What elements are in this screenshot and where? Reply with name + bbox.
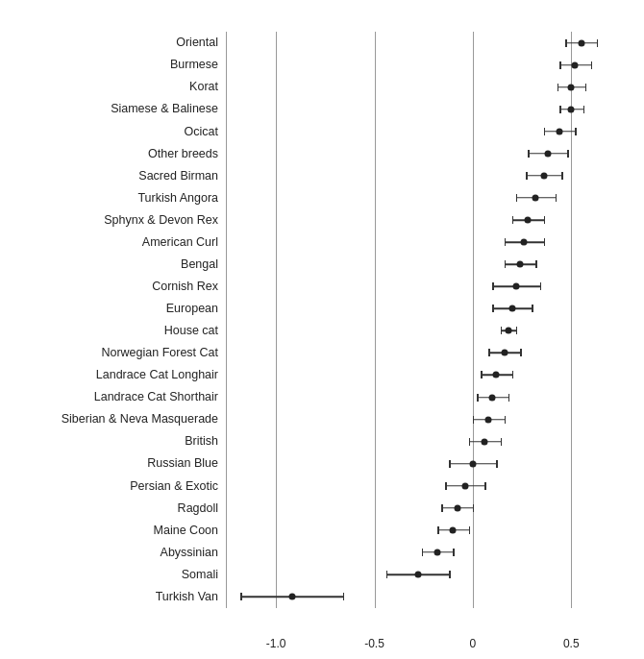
error-cap-right-14 (520, 349, 522, 356)
y-label-6: Sacred Birman (24, 170, 218, 183)
dot-1 (572, 61, 579, 68)
dot-4 (557, 128, 563, 134)
y-label-18: British (24, 435, 218, 448)
dot-9 (521, 239, 528, 246)
dot-18 (482, 438, 488, 445)
dot-6 (540, 172, 547, 179)
y-label-2: Korat (24, 81, 218, 93)
error-cap-right-25 (343, 593, 345, 600)
grid-line-1 (375, 32, 376, 608)
error-cap-left-13 (501, 327, 503, 334)
dot-5 (544, 150, 551, 157)
error-cap-left-1 (559, 61, 561, 69)
error-cap-right-6 (561, 172, 563, 180)
x-tick-3: 0.5 (563, 637, 580, 650)
error-cap-right-13 (516, 327, 518, 334)
error-cap-right-10 (535, 260, 537, 268)
y-label-0: Oriental (24, 37, 218, 49)
error-cap-left-7 (516, 194, 518, 202)
y-label-16: Landrace Cat Shorthair (24, 391, 218, 403)
y-label-11: Cornish Rex (24, 281, 218, 293)
y-label-7: Turkish Angora (24, 192, 218, 205)
error-cap-right-19 (496, 460, 498, 468)
error-cap-left-14 (488, 349, 490, 356)
error-cap-left-12 (492, 305, 494, 312)
error-cap-right-22 (469, 526, 471, 534)
error-cap-left-19 (449, 460, 451, 468)
chart-area: OrientalBurmeseKoratSiamese & BalineseOc… (24, 32, 601, 608)
dot-12 (508, 305, 515, 312)
dot-2 (568, 84, 575, 90)
error-cap-left-18 (469, 438, 471, 446)
error-cap-left-20 (445, 482, 447, 490)
y-label-3: Siamese & Balinese (24, 103, 218, 115)
dot-14 (501, 350, 508, 356)
error-cap-left-4 (544, 128, 546, 135)
error-cap-left-23 (422, 549, 424, 556)
error-cap-left-16 (477, 394, 479, 402)
error-cap-left-17 (473, 416, 475, 424)
error-cap-right-15 (512, 371, 514, 378)
y-label-12: European (24, 303, 218, 315)
y-label-25: Turkish Van (24, 591, 218, 603)
dot-25 (288, 594, 295, 600)
y-label-22: Maine Coon (24, 525, 218, 537)
plot-area: -1.0-0.500.5 (226, 32, 601, 608)
error-cap-right-23 (453, 549, 455, 556)
y-label-21: Ragdoll (24, 502, 218, 515)
error-cap-right-4 (575, 128, 577, 135)
dot-22 (450, 526, 457, 533)
error-cap-right-16 (508, 394, 510, 402)
y-label-9: American Curl (24, 236, 218, 249)
y-label-5: Other breeds (24, 148, 218, 160)
error-cap-left-25 (240, 593, 242, 600)
y-label-17: Siberian & Neva Masquerade (24, 413, 218, 426)
error-cap-right-7 (556, 194, 557, 202)
error-cap-left-9 (505, 238, 507, 246)
dot-19 (469, 460, 476, 467)
error-cap-right-11 (540, 282, 542, 290)
y-label-4: Ocicat (24, 126, 218, 138)
error-cap-left-11 (492, 282, 494, 290)
x-tick-0: -1.0 (266, 637, 286, 650)
y-labels: OrientalBurmeseKoratSiamese & BalineseOc… (24, 32, 226, 608)
error-cap-right-0 (597, 39, 599, 47)
error-cap-left-2 (557, 84, 559, 91)
dot-11 (512, 283, 519, 290)
y-label-14: Norwegian Forest Cat (24, 347, 218, 359)
error-cap-right-12 (532, 305, 533, 312)
error-cap-right-8 (544, 216, 546, 224)
dot-23 (434, 549, 441, 555)
error-cap-right-1 (591, 61, 593, 69)
error-cap-left-3 (559, 106, 561, 113)
error-cap-right-18 (501, 438, 503, 446)
dot-8 (525, 217, 532, 224)
chart-container: OrientalBurmeseKoratSiamese & BalineseOc… (24, 12, 620, 647)
error-cap-right-17 (505, 416, 507, 424)
y-label-24: Somali (24, 569, 218, 581)
y-label-10: Bengal (24, 258, 218, 271)
y-label-23: Abyssinian (24, 547, 218, 559)
error-cap-left-22 (437, 526, 439, 534)
x-tick-1: -0.5 (364, 637, 384, 650)
y-label-15: Landrace Cat Longhair (24, 369, 218, 381)
grid-line-0 (276, 32, 277, 608)
dot-21 (454, 504, 460, 511)
dot-0 (578, 39, 584, 46)
error-cap-right-20 (484, 482, 486, 490)
error-cap-left-5 (528, 150, 530, 158)
y-label-1: Burmese (24, 59, 218, 71)
error-cap-left-10 (505, 260, 507, 268)
grid-line-2 (473, 32, 474, 608)
x-tick-2: 0 (470, 637, 477, 650)
y-label-20: Persian & Exotic (24, 480, 218, 493)
dot-16 (489, 394, 496, 401)
error-cap-left-21 (441, 504, 443, 512)
error-cap-right-3 (583, 106, 585, 113)
dot-3 (568, 106, 575, 112)
y-label-19: Russian Blue (24, 457, 218, 470)
error-cap-right-5 (567, 150, 569, 158)
error-cap-right-2 (585, 84, 587, 91)
dot-10 (517, 261, 524, 268)
grid-line-3 (571, 32, 572, 608)
